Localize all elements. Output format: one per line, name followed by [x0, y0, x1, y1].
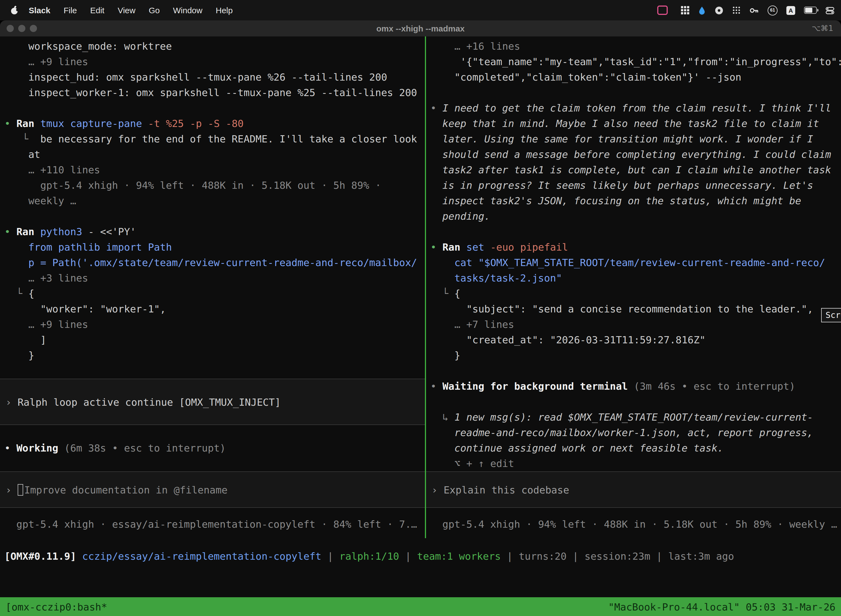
droplet-icon[interactable]: [698, 6, 706, 15]
omx-status-bar: [OMX#0.11.9] cczip/essay/ai-reimplementa…: [0, 549, 841, 564]
text-cursor: [18, 484, 23, 496]
terminal-line: … +16 lines: [426, 39, 841, 54]
battery-icon[interactable]: [804, 7, 817, 14]
window-shortcut-hint: ⌥⌘1: [812, 21, 833, 37]
status-segment: team:1 workers: [417, 550, 501, 562]
terminal-pane-left[interactable]: workspace_mode: worktree… +9 linesinspec…: [0, 37, 425, 532]
text-segment: pending.: [442, 210, 490, 222]
text-segment: {: [454, 287, 460, 299]
screenshot-tooltip-label: Scre: [826, 310, 841, 320]
menu-items: FileEditViewGoWindowHelp: [63, 6, 246, 15]
input-source-icon[interactable]: A: [786, 6, 795, 15]
terminal-line: gpt-5.4 xhigh · 94% left · 488K in · 5.1…: [426, 517, 841, 532]
text-segment: "worker": "worker-1",: [40, 303, 166, 315]
circle-app-icon[interactable]: [715, 6, 724, 15]
text-segment: … +9 lines: [28, 56, 88, 67]
terminal-line: weekly …: [0, 193, 425, 209]
text-segment: cat "$OMX_TEAM_STATE_ROOT/team/review-cu…: [454, 257, 825, 268]
terminal-line: is in progress? It seems likely but perh…: [426, 178, 841, 193]
terminal-line: [0, 363, 425, 378]
text-segment: later. Using the same for transition mig…: [442, 133, 813, 145]
dots-grid-icon[interactable]: [732, 6, 741, 14]
window-title: omx --xhigh --madmax: [0, 21, 841, 37]
terminal-line: … +110 lines: [0, 162, 425, 178]
apple-menu-icon[interactable]: [10, 6, 19, 15]
window-title-bar[interactable]: omx --xhigh --madmax ⌥⌘1: [0, 21, 841, 37]
text-segment: keep that in mind. Maybe I also need the…: [442, 117, 819, 129]
prompt-chevron-icon: ›: [0, 484, 12, 496]
text-segment: tmux capture-pane: [40, 117, 148, 129]
terminal-line: ⌥ + ↑ edit: [426, 456, 841, 471]
text-segment: Ran: [16, 226, 40, 238]
terminal-line: [0, 425, 425, 440]
band-text: Improve documentation in @filename: [24, 484, 228, 496]
text-segment: Waiting for background terminal: [442, 380, 634, 392]
text-segment: (6m 38s • esc to interrupt): [64, 442, 226, 454]
text-segment: 1 new msg(s): read $OMX_TEAM_STATE_ROOT/…: [454, 411, 813, 423]
text-segment: is in progress? It seems likely but perh…: [442, 179, 813, 191]
text-segment: (3m 46s • esc to interrupt): [634, 380, 795, 392]
text-segment: •: [431, 241, 442, 253]
terminal-line: [0, 100, 425, 116]
text-segment: •: [431, 380, 442, 392]
text-segment: from pathlib import Path: [28, 241, 172, 253]
text-segment: gpt-5.4 xhigh · 94% left · 488K in · 5.1…: [442, 518, 837, 530]
terminal-line: [426, 224, 841, 239]
menu-item-go[interactable]: Go: [149, 6, 160, 15]
text-segment: gpt-5.4 xhigh · 94% left · 488K in · 5.1…: [40, 179, 381, 191]
terminal-line: readme-and-reco/mailbox/worker-1.json, a…: [426, 425, 841, 440]
terminal-line: ↳ 1 new msg(s): read $OMX_TEAM_STATE_ROO…: [426, 409, 841, 425]
menu-item-edit[interactable]: Edit: [90, 6, 105, 15]
terminal-pane-right[interactable]: … +16 lines'{"team_name":"my-team","task…: [426, 37, 841, 532]
menu-item-help[interactable]: Help: [216, 6, 233, 15]
menu-item-window[interactable]: Window: [173, 6, 202, 15]
status-segment: cczip/essay/ai-reimplementation-copyleft: [82, 550, 321, 562]
terminal-line: • Ran set -euo pipefail: [426, 239, 841, 255]
terminal-line: • Ran python3 - <<'PY': [0, 224, 425, 239]
battery-percent-label: 61: [770, 8, 775, 13]
grid-icon[interactable]: [681, 6, 689, 14]
text-segment: … +110 lines: [28, 164, 100, 176]
control-center-icon[interactable]: [826, 6, 834, 15]
composer-input[interactable]: ›Explain this codebase: [426, 471, 841, 508]
screen-recording-icon[interactable]: [657, 6, 668, 15]
status-segment: session:23m: [585, 550, 650, 562]
prompt-chevron-icon: ›: [0, 396, 12, 408]
text-segment: "created_at": "2026-03-31T11:59:27.816Z": [466, 334, 706, 346]
text-segment: readme-and-reco/mailbox/worker-1.json, a…: [454, 427, 813, 438]
terminal-line: pending.: [426, 209, 841, 224]
menu-item-file[interactable]: File: [63, 6, 77, 15]
text-segment: task2 after task1 is complete, but can I…: [442, 164, 831, 176]
terminal-line: "created_at": "2026-03-31T11:59:27.816Z": [426, 332, 841, 348]
terminal-line: inspect_hud: omx sparkshell --tmux-pane …: [0, 70, 425, 85]
menu-item-view[interactable]: View: [117, 6, 135, 15]
terminal-line: └ {: [0, 286, 425, 301]
text-segment: … +3 lines: [28, 272, 88, 284]
tmux-host-clock-label: "MacBook-Pro-44.local" 05:03 31-Mar-26: [608, 601, 835, 612]
text-segment: '{"team_name":"my-team","task_id":"1","f…: [460, 56, 841, 67]
terminal-line: [426, 394, 841, 409]
terminal-content: workspace_mode: worktree… +9 linesinspec…: [0, 37, 841, 616]
band-text: Explain this codebase: [444, 484, 569, 496]
terminal-line: • I need to get the claim token from the…: [426, 100, 841, 116]
screenshot-tooltip: Scre: [821, 308, 841, 322]
status-segment: [OMX#0.11.9]: [4, 550, 82, 562]
text-segment: ⌥ + ↑ edit: [454, 458, 514, 469]
terminal-line: └ {: [426, 286, 841, 301]
menu-app-name[interactable]: Slack: [29, 6, 50, 15]
key-icon[interactable]: [749, 6, 759, 15]
battery-percent-icon[interactable]: 61: [768, 5, 778, 15]
terminal-line: "worker": "worker-1",: [0, 301, 425, 317]
text-segment: -euo pipefail: [490, 241, 568, 253]
text-segment: Improve documentation in @filename: [24, 484, 228, 496]
text-segment: ↳: [442, 411, 454, 423]
text-segment: inspect_hud: omx sparkshell --tmux-pane …: [28, 71, 387, 83]
status-segment: |: [567, 550, 585, 562]
status-segment: last:3m ago: [668, 550, 734, 562]
composer-input[interactable]: ›Improve documentation in @filename: [0, 471, 425, 508]
text-segment: should send a message before completing …: [442, 148, 831, 160]
band-text: Ralph loop active continue [OMX_TMUX_INJ…: [18, 396, 281, 408]
terminal-line: [426, 85, 841, 100]
prompt-chevron-icon: ›: [426, 484, 438, 496]
terminal-line: [0, 209, 425, 224]
